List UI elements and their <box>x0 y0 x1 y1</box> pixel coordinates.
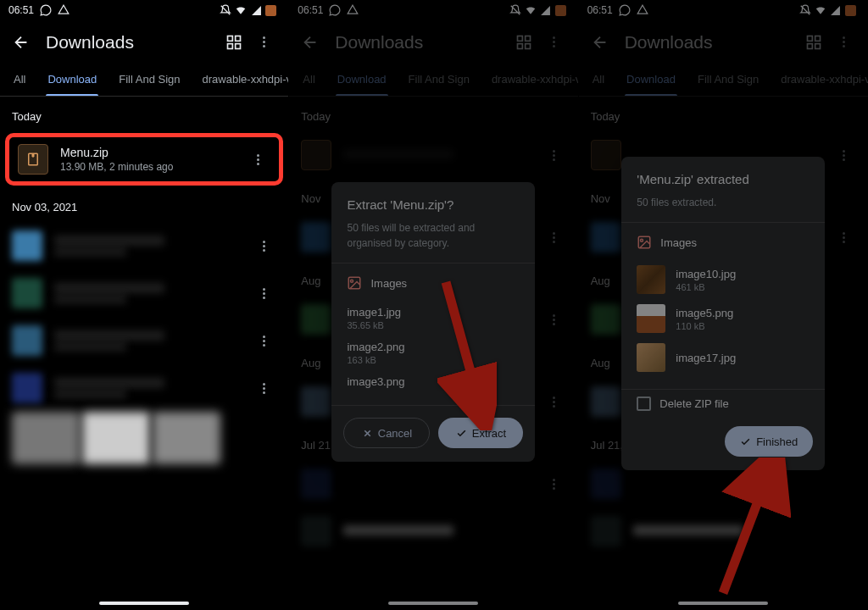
extracted-dialog: 'Menu.zip' extracted 50 files extracted.… <box>621 157 825 470</box>
whatsapp-icon <box>40 4 52 16</box>
svg-rect-12 <box>807 36 812 42</box>
file-row-blur[interactable] <box>0 269 288 317</box>
page-title: Downloads <box>335 32 499 53</box>
cancel-button[interactable]: Cancel <box>343 418 430 448</box>
tab-fill-sign[interactable]: Fill And Sign <box>696 64 760 96</box>
wifi-icon <box>525 4 537 16</box>
svg-rect-8 <box>525 44 530 49</box>
dialog-category: Images <box>347 275 520 291</box>
tab-download[interactable]: Download <box>625 64 677 96</box>
file-name: Menu.zip <box>60 146 245 159</box>
dialog-file-item: image10.jpg461 kB <box>637 260 810 299</box>
file-meta-redacted <box>54 391 126 398</box>
wifi-icon <box>815 4 826 16</box>
dialog-title: 'Menu.zip' extracted <box>637 172 810 186</box>
section-today: Today <box>289 97 577 131</box>
dialog-file-item: image2.png163 kB <box>347 336 520 370</box>
svg-rect-7 <box>517 44 522 49</box>
file-thumb <box>12 373 42 403</box>
section-today: Today <box>579 97 868 131</box>
dialog-subtitle: 50 files will be extracted and organised… <box>347 220 520 251</box>
dialog-file-item: image3.png <box>347 370 520 393</box>
file-row-blur[interactable] <box>0 317 288 364</box>
view-grid-icon[interactable] <box>515 34 532 51</box>
file-more-icon[interactable] <box>263 334 280 348</box>
status-bar: 06:51 <box>0 0 288 20</box>
file-more-icon[interactable] <box>263 239 280 253</box>
file-row-blur[interactable] <box>0 222 288 269</box>
tab-all[interactable]: All <box>591 64 606 96</box>
bell-off-icon <box>799 4 811 16</box>
view-grid-icon[interactable] <box>225 34 242 51</box>
file-thumb <box>12 278 42 308</box>
tab-drawable[interactable]: drawable-xxhdpi-v4 <box>779 64 868 96</box>
file-thumb <box>637 343 665 372</box>
file-more-icon[interactable] <box>263 286 280 301</box>
more-vert-icon[interactable] <box>843 35 858 50</box>
file-name-redacted <box>54 378 164 388</box>
svg-rect-6 <box>525 36 530 42</box>
back-arrow-icon[interactable] <box>591 33 609 52</box>
nav-bar[interactable] <box>0 596 288 610</box>
tabs: All Download Fill And Sign drawable-xxhd… <box>0 64 288 97</box>
file-meta-redacted <box>54 296 126 303</box>
finished-button[interactable]: Finished <box>725 426 813 457</box>
tab-drawable[interactable]: drawable-xxhdpi-v4 <box>201 64 289 96</box>
signal-icon <box>830 4 842 16</box>
page-title: Downloads <box>625 32 790 53</box>
svg-rect-14 <box>807 44 812 49</box>
tabs: All Download Fill And Sign drawable-xxhd… <box>289 64 577 97</box>
status-time: 06:51 <box>587 4 613 16</box>
file-meta-redacted <box>54 248 126 256</box>
zip-file-icon <box>18 144 48 175</box>
file-thumb <box>12 230 42 261</box>
file-meta: 13.90 MB, 2 minutes ago <box>60 161 245 173</box>
svg-rect-5 <box>517 36 522 42</box>
nav-bar[interactable] <box>579 596 868 610</box>
battery-icon <box>265 5 276 16</box>
file-name-redacted <box>54 236 164 246</box>
file-more-icon[interactable] <box>263 381 280 396</box>
svg-point-10 <box>351 280 353 282</box>
tab-all[interactable]: All <box>301 64 316 96</box>
image-icon <box>347 275 362 291</box>
page-title: Downloads <box>46 32 210 53</box>
file-name-redacted <box>54 283 164 293</box>
nav-bar[interactable] <box>289 596 577 610</box>
delete-zip-checkbox[interactable]: Delete ZIP file <box>621 390 825 414</box>
battery-icon <box>555 5 566 16</box>
file-row-zip[interactable]: Menu.zip 13.90 MB, 2 minutes ago <box>9 137 279 181</box>
more-vert-icon[interactable] <box>263 35 278 50</box>
dialog-title: Extract 'Menu.zip'? <box>347 197 520 212</box>
extract-button[interactable]: Extract <box>438 418 523 448</box>
file-thumb <box>12 325 42 356</box>
bell-off-icon <box>220 4 231 16</box>
view-grid-icon[interactable] <box>805 34 822 51</box>
tab-fill-sign[interactable]: Fill And Sign <box>407 64 471 96</box>
thumbnail-grid[interactable] <box>0 412 288 464</box>
svg-point-17 <box>641 239 643 241</box>
file-more-icon[interactable] <box>257 152 274 167</box>
status-bar: 06:51 <box>579 0 868 20</box>
drive-icon <box>637 4 648 16</box>
image-icon <box>637 235 652 250</box>
tab-drawable[interactable]: drawable-xxhdpi-v4 <box>490 64 578 96</box>
tab-all[interactable]: All <box>12 64 27 96</box>
tab-download[interactable]: Download <box>46 64 98 96</box>
signal-icon <box>540 4 552 16</box>
checkbox-icon[interactable] <box>637 396 651 411</box>
svg-rect-13 <box>815 36 821 42</box>
back-arrow-icon[interactable] <box>12 33 31 52</box>
more-vert-icon[interactable] <box>553 35 568 50</box>
dialog-file-item: image17.jpg <box>637 338 810 377</box>
file-more-icon[interactable] <box>553 148 570 163</box>
back-arrow-icon[interactable] <box>301 33 320 52</box>
drive-icon <box>347 4 359 16</box>
file-row-zip[interactable] <box>289 131 577 179</box>
file-row-blur[interactable] <box>0 364 288 412</box>
tab-download[interactable]: Download <box>336 64 388 96</box>
bell-off-icon <box>509 4 521 16</box>
file-thumb <box>637 304 665 333</box>
drive-icon <box>58 4 70 16</box>
tab-fill-sign[interactable]: Fill And Sign <box>117 64 181 96</box>
